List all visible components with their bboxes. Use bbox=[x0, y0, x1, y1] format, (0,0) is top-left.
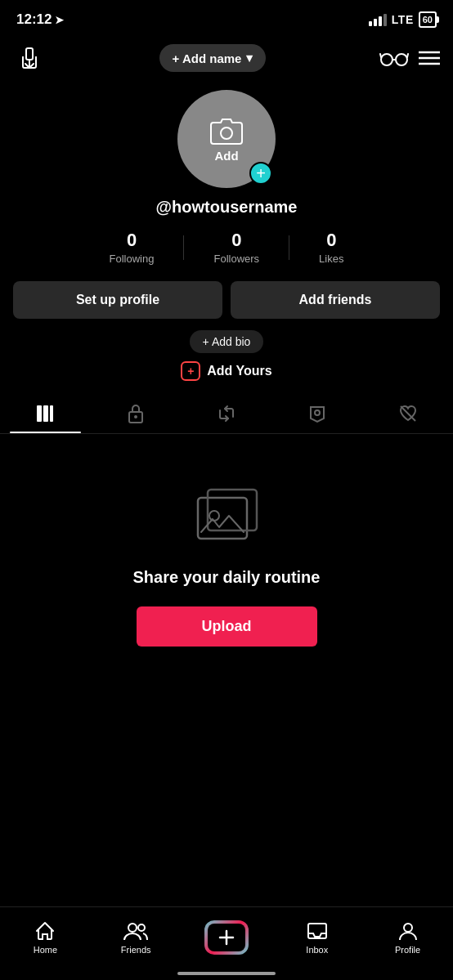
home-label: Home bbox=[34, 945, 57, 955]
tagged-icon bbox=[307, 404, 327, 423]
add-bio-button[interactable]: + Add bio bbox=[190, 330, 264, 353]
share-button[interactable] bbox=[13, 42, 46, 74]
add-friends-button[interactable]: Add friends bbox=[231, 281, 440, 319]
location-icon: ➤ bbox=[55, 14, 64, 26]
following-count: 0 bbox=[127, 230, 137, 251]
add-yours-label: Add Yours bbox=[207, 364, 271, 378]
hamburger-icon bbox=[419, 50, 440, 66]
add-yours-button[interactable]: + Add Yours bbox=[181, 361, 271, 381]
svg-rect-8 bbox=[43, 405, 48, 422]
following-stat[interactable]: 0 Following bbox=[80, 230, 184, 265]
svg-point-18 bbox=[138, 924, 145, 931]
bottom-nav: Home Friends Inbox bbox=[0, 906, 453, 980]
status-time: 12:12 ➤ bbox=[16, 11, 64, 28]
glasses-icon bbox=[379, 49, 409, 67]
friends-label: Friends bbox=[121, 945, 151, 955]
followers-stat[interactable]: 0 Followers bbox=[184, 230, 289, 265]
upload-button[interactable]: Upload bbox=[137, 606, 317, 647]
action-buttons: Set up profile Add friends bbox=[0, 281, 453, 319]
add-avatar-button[interactable]: + bbox=[249, 162, 272, 185]
create-icon bbox=[208, 924, 245, 951]
svg-point-16 bbox=[209, 511, 219, 521]
svg-rect-15 bbox=[208, 490, 257, 530]
svg-point-2 bbox=[396, 54, 407, 65]
add-bio-label: + Add bio bbox=[203, 335, 251, 348]
following-label: Following bbox=[110, 253, 155, 265]
empty-state-icon bbox=[190, 483, 263, 552]
nav-profile[interactable]: Profile bbox=[362, 920, 453, 955]
grid-icon bbox=[35, 404, 55, 423]
header: + Add name ▾ bbox=[0, 36, 453, 80]
status-bar: 12:12 ➤ LTE 60 bbox=[0, 0, 453, 36]
add-yours-icon: + bbox=[181, 361, 200, 381]
svg-rect-9 bbox=[50, 405, 53, 422]
battery-icon: 60 bbox=[419, 11, 437, 28]
svg-point-1 bbox=[381, 54, 392, 65]
svg-rect-7 bbox=[37, 405, 42, 422]
likes-label: Likes bbox=[319, 253, 343, 265]
status-right: LTE 60 bbox=[369, 11, 437, 28]
setup-profile-button[interactable]: Set up profile bbox=[13, 281, 222, 319]
stats-row: 0 Following 0 Followers 0 Likes bbox=[0, 230, 453, 265]
tab-private[interactable] bbox=[91, 394, 182, 433]
create-button[interactable] bbox=[204, 920, 249, 955]
lock-icon bbox=[127, 404, 145, 423]
tab-reposts[interactable] bbox=[182, 394, 272, 433]
liked-icon bbox=[398, 404, 418, 423]
add-avatar-label: Add bbox=[214, 149, 238, 163]
tab-posts[interactable] bbox=[0, 394, 91, 433]
svg-point-17 bbox=[128, 924, 137, 932]
lte-label: LTE bbox=[392, 13, 414, 26]
nav-friends[interactable]: Friends bbox=[91, 920, 182, 955]
glasses-button[interactable] bbox=[379, 49, 409, 67]
svg-point-6 bbox=[221, 128, 232, 139]
plus-icon bbox=[218, 929, 235, 946]
signal-icon bbox=[369, 14, 387, 26]
inbox-label: Inbox bbox=[306, 945, 328, 955]
friends-icon bbox=[123, 920, 149, 942]
photos-icon bbox=[190, 483, 263, 548]
camera-icon bbox=[210, 116, 243, 145]
dropdown-icon: ▾ bbox=[246, 51, 253, 65]
username: @howtousername bbox=[156, 198, 298, 217]
header-right bbox=[379, 49, 440, 67]
profile-section: Add + @howtousername 0 Following 0 Follo… bbox=[0, 80, 453, 394]
svg-rect-0 bbox=[26, 48, 33, 60]
profile-icon bbox=[397, 920, 419, 942]
nav-create[interactable] bbox=[182, 920, 272, 955]
battery-level: 60 bbox=[419, 11, 437, 28]
profile-label: Profile bbox=[395, 945, 420, 955]
share-daily-routine-text: Share your daily routine bbox=[133, 568, 321, 587]
clock: 12:12 bbox=[16, 11, 52, 28]
avatar-container[interactable]: Add + bbox=[177, 90, 276, 188]
add-name-button[interactable]: + Add name ▾ bbox=[159, 44, 267, 72]
menu-button[interactable] bbox=[419, 50, 440, 66]
likes-count: 0 bbox=[326, 230, 336, 251]
home-indicator bbox=[177, 972, 276, 975]
svg-point-11 bbox=[134, 415, 137, 418]
repost-icon bbox=[217, 404, 236, 423]
tab-tagged[interactable] bbox=[271, 394, 362, 433]
followers-count: 0 bbox=[231, 230, 241, 251]
content-area: Share your daily routine Upload bbox=[0, 434, 453, 696]
add-name-label: + Add name bbox=[173, 51, 242, 65]
nav-inbox[interactable]: Inbox bbox=[271, 920, 362, 955]
svg-point-12 bbox=[315, 410, 320, 415]
svg-point-22 bbox=[404, 924, 412, 932]
likes-stat[interactable]: 0 Likes bbox=[289, 230, 373, 265]
share-icon bbox=[19, 47, 40, 69]
inbox-icon bbox=[307, 920, 328, 942]
tabs-row bbox=[0, 394, 453, 434]
followers-label: Followers bbox=[213, 253, 259, 265]
home-icon bbox=[34, 920, 56, 942]
nav-home[interactable]: Home bbox=[0, 920, 91, 955]
tab-liked[interactable] bbox=[362, 394, 453, 433]
svg-rect-14 bbox=[198, 498, 247, 539]
